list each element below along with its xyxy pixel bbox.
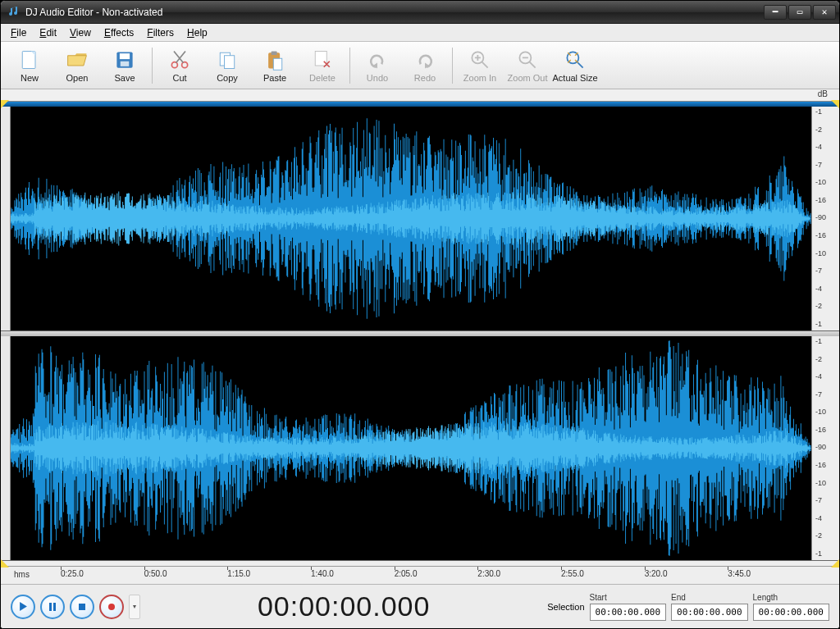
menu-view[interactable]: View	[63, 25, 98, 40]
svg-marker-22	[20, 602, 27, 611]
selection-end-label: End	[671, 593, 747, 602]
db-tick: -2	[812, 532, 839, 540]
time-tick: 2:05.0	[395, 569, 418, 578]
copy-button[interactable]: Copy	[203, 44, 251, 87]
toolbar-label: Undo	[367, 73, 388, 83]
menu-help[interactable]: Help	[180, 25, 214, 40]
time-tick: 0:25.0	[61, 569, 84, 578]
undo-button: Undo	[354, 44, 401, 87]
db-label: dB	[818, 89, 828, 101]
toolbar-label: Zoom In	[463, 73, 496, 83]
toolbar: NewOpenSaveCutCopyPasteDeleteUndoRedoZoo…	[1, 42, 839, 89]
selection-panel: Selection Start 00:00:00.000 End 00:00:0…	[547, 593, 829, 621]
record-button[interactable]	[99, 595, 124, 619]
svg-marker-18	[1, 100, 9, 108]
time-ruler[interactable]: hms 0:25.00:50.01:15.01:40.02:05.02:30.0…	[1, 566, 839, 584]
toolbar-label: Delete	[309, 73, 336, 83]
save-button[interactable]: Save	[101, 44, 148, 87]
waveform-area: -1-2-4-7-10-16-90-16-10-7-4-2-1 -1-2-4-7…	[1, 101, 839, 566]
svg-marker-20	[1, 559, 9, 567]
actualsize-button[interactable]: Actual Size	[551, 44, 599, 87]
menu-filters[interactable]: Filters	[140, 25, 180, 40]
db-scale-right: -1-2-4-7-10-16-90-16-10-7-4-2-1	[811, 336, 839, 560]
db-tick: -10	[812, 408, 839, 417]
zoomin-icon	[468, 48, 491, 71]
db-tick: -4	[812, 285, 839, 294]
svg-marker-21	[831, 559, 839, 567]
time-tick: 2:55.0	[561, 569, 584, 578]
svg-rect-24	[53, 603, 56, 611]
paste-icon	[263, 48, 286, 71]
selection-start-field[interactable]: 00:00:00.000	[590, 604, 666, 621]
time-unit-label: hms	[14, 570, 30, 579]
menu-file[interactable]: File	[4, 25, 33, 40]
db-tick: -1	[812, 550, 839, 558]
svg-rect-25	[79, 604, 85, 610]
copy-icon	[216, 48, 239, 71]
transport-bar: ▾ 00:00:00.000 Selection Start 00:00:00.…	[1, 584, 839, 628]
channel-gutter	[1, 336, 11, 560]
toolbar-label: Paste	[263, 73, 286, 83]
zoomout-icon	[516, 48, 539, 71]
undo-icon	[366, 48, 389, 71]
waveform-channel-left[interactable]: -1-2-4-7-10-16-90-16-10-7-4-2-1	[1, 107, 839, 331]
minimize-button[interactable]: ━	[764, 5, 787, 20]
db-tick: -2	[812, 126, 839, 134]
db-tick: -90	[812, 444, 839, 452]
db-tick: -7	[812, 391, 839, 399]
db-tick: -1	[812, 108, 839, 116]
time-tick: 0:50.0	[144, 569, 167, 578]
new-icon	[18, 48, 41, 71]
db-scale-left: -1-2-4-7-10-16-90-16-10-7-4-2-1	[811, 107, 839, 330]
pause-button[interactable]	[40, 595, 65, 619]
db-tick: -4	[812, 515, 839, 523]
svg-rect-0	[22, 51, 35, 68]
waveform-canvas-right[interactable]	[11, 336, 811, 560]
open-icon	[66, 48, 89, 71]
toolbar-label: Zoom Out	[508, 73, 548, 83]
paste-button[interactable]: Paste	[251, 44, 299, 87]
delete-icon	[311, 48, 334, 71]
waveform-channel-right[interactable]: -1-2-4-7-10-16-90-16-10-7-4-2-1	[1, 336, 839, 561]
selection-length-field[interactable]: 00:00:00.000	[753, 604, 829, 621]
zoomin-button: Zoom In	[456, 44, 504, 87]
db-tick: -4	[812, 144, 839, 152]
new-button[interactable]: New	[6, 44, 53, 87]
cut-button[interactable]: Cut	[156, 44, 203, 87]
db-tick: -90	[812, 214, 839, 222]
svg-rect-8	[225, 55, 235, 68]
time-tick: 3:20.0	[645, 569, 668, 578]
selection-end-field[interactable]: 00:00:00.000	[671, 604, 747, 621]
svg-rect-10	[272, 51, 277, 54]
maximize-button[interactable]: ▭	[788, 5, 811, 20]
db-tick: -16	[812, 232, 839, 240]
menu-edit[interactable]: Edit	[33, 25, 63, 40]
db-tick: -1	[812, 338, 839, 346]
selection-start-label: Start	[590, 593, 666, 602]
app-icon	[7, 6, 21, 19]
db-tick: -2	[812, 303, 839, 311]
record-options-button[interactable]: ▾	[129, 595, 140, 619]
toolbar-label: Open	[66, 73, 89, 83]
time-tick: 3:45.0	[728, 569, 751, 578]
play-button[interactable]	[11, 595, 35, 619]
delete-button: Delete	[299, 44, 346, 87]
svg-point-26	[108, 604, 115, 610]
cut-icon	[168, 48, 191, 71]
toolbar-label: Cut	[172, 73, 186, 83]
open-button[interactable]: Open	[53, 44, 101, 87]
timecode-display: 00:00:00.000	[145, 590, 542, 622]
db-tick: -7	[812, 162, 839, 170]
stop-button[interactable]	[70, 595, 94, 619]
redo-button: Redo	[401, 44, 449, 87]
menubar: FileEditViewEffectsFiltersHelp	[1, 24, 839, 42]
menu-effects[interactable]: Effects	[98, 25, 140, 40]
close-button[interactable]: ✕	[813, 5, 836, 20]
db-tick: -4	[812, 373, 839, 381]
db-header: dB	[1, 89, 839, 101]
toolbar-label: Save	[114, 73, 135, 83]
time-tick: 1:40.0	[311, 569, 334, 578]
db-tick: -16	[812, 197, 839, 205]
svg-rect-11	[273, 58, 282, 70]
waveform-canvas-left[interactable]	[11, 107, 811, 330]
